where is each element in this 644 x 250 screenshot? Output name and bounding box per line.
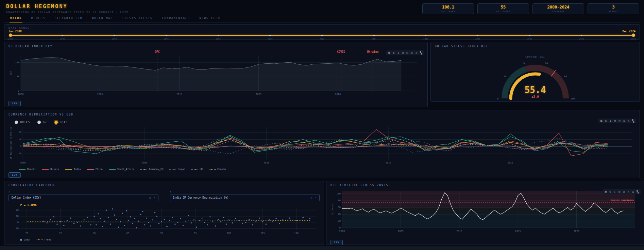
legend-item-data[interactable]: Data [20, 238, 30, 241]
radio-circle-icon[interactable] [37, 121, 41, 124]
slider-tick-dot [269, 35, 271, 36]
clear-icon[interactable]: × [310, 196, 312, 200]
chevron-down-icon[interactable]: ▾ [154, 197, 155, 199]
dsi-timeline-chart[interactable]: 20002005201020152020020406080100CRISIS T… [331, 189, 640, 237]
camera-icon[interactable]: ▣ [599, 119, 603, 123]
svg-text:55.4: 55.4 [525, 85, 546, 95]
slider-year-label: 2012 [320, 37, 324, 40]
autoscale-icon[interactable]: ✕ [627, 190, 630, 194]
legend-item[interactable]: Japan [169, 168, 185, 171]
zoom-in-icon[interactable]: ⊞ [617, 190, 621, 194]
dxy-panel-title: US DOLLAR INDEX DXY [9, 44, 423, 50]
svg-text:2020: 2020 [574, 230, 579, 233]
trend-line-icon [36, 239, 43, 240]
pan-icon[interactable]: ✚ [396, 51, 400, 55]
autoscale-icon[interactable]: ✕ [622, 119, 626, 123]
currency-panel: CURRENCY DEPRECIATION VS USD ▣⊕✚⊞⊟✕⌂▚ BR… [4, 110, 640, 178]
zoom-icon[interactable]: ⊕ [392, 51, 395, 55]
dsi-panel-title: DSI TIMELINE STRESS ZONES [331, 183, 640, 189]
legend-item[interactable]: Canada [209, 168, 226, 171]
svg-text:2010: 2010 [456, 230, 462, 233]
reset-icon[interactable]: ⌂ [627, 119, 630, 123]
legend-line-icon [209, 169, 216, 170]
chevron-down-icon[interactable]: ▾ [315, 197, 317, 199]
dxy-csv-button[interactable]: CSV [9, 101, 21, 106]
zoom-icon[interactable]: ⊕ [604, 119, 608, 123]
slider-year-label: 2022 [579, 37, 584, 40]
legend-item[interactable]: Brazil [19, 168, 36, 171]
slider-tick-dot [218, 35, 219, 36]
tab-models[interactable]: MODELS [27, 15, 49, 22]
legend-item[interactable]: India [65, 168, 81, 171]
tab-crisis-alerts[interactable]: CRISIS ALERTS [118, 15, 157, 22]
radio-circle-selected-icon[interactable] [54, 121, 58, 124]
svg-text:2015: 2015 [515, 230, 521, 233]
gauge-panel-title: DOLLAR STRESS INDEX DSI [435, 44, 635, 50]
slider-tick-dot [373, 35, 375, 36]
clear-icon[interactable]: × [149, 196, 151, 200]
zoom-out-icon[interactable]: ⊟ [617, 119, 621, 123]
slider-handle-start[interactable] [9, 33, 13, 37]
pan-icon[interactable]: ✚ [613, 190, 616, 194]
radio-circle-icon[interactable] [15, 121, 18, 124]
camera-icon[interactable]: ▣ [604, 190, 608, 194]
slider-year-label: 2016 [423, 37, 428, 40]
zoom-in-icon[interactable]: ⊞ [613, 119, 617, 123]
legend-item[interactable]: Russia [42, 168, 59, 171]
legend-item[interactable]: China [87, 168, 103, 171]
slider-handle-end[interactable] [632, 33, 635, 37]
logo-icon[interactable]: ▚ [636, 190, 640, 194]
zoom-out-icon[interactable]: ⊟ [405, 51, 409, 55]
slider-year-label: 2006 [164, 37, 169, 40]
zoom-icon[interactable]: ⊕ [608, 190, 612, 194]
radio-brics[interactable]: BRICS [15, 121, 30, 124]
dxy-chart[interactable]: 20002005201020152020050100GFCCOVIDUkrain… [9, 50, 422, 98]
currency-csv-button[interactable]: CSV [9, 172, 21, 178]
pan-icon[interactable]: ✚ [608, 119, 612, 123]
zoom-in-icon[interactable]: ⊞ [401, 51, 405, 55]
tab-macro[interactable]: MACRO [6, 15, 26, 22]
tab-scenario-sim[interactable]: SCENARIO SIM [51, 15, 87, 22]
slider-year-label: 2002 [60, 37, 65, 40]
legend-item[interactable]: South_Africa [109, 168, 135, 171]
slider-tick-dot [477, 35, 478, 36]
svg-text:2000: 2000 [339, 230, 345, 233]
correlation-panel: CORRELATION EXPLORER X Dollar Index (DXY… [4, 181, 324, 245]
dsi-csv-button[interactable]: CSV [331, 240, 343, 245]
radio-label: G7 [43, 121, 47, 124]
legend-item[interactable]: UK [191, 168, 203, 171]
date-range-slider[interactable] [11, 33, 633, 37]
radio-g7[interactable]: G7 [37, 121, 47, 124]
svg-text:2015: 2015 [386, 161, 391, 164]
logo-icon[interactable]: ▚ [419, 51, 423, 55]
date-range-label: DATE RANGE [9, 27, 635, 29]
legend-item-trend[interactable]: Trend [36, 238, 51, 241]
legend-item[interactable]: Germany_EU [140, 168, 163, 171]
stat-label: DXY INDEX [441, 10, 455, 13]
autoscale-icon[interactable]: ✕ [410, 51, 414, 55]
svg-text:2005: 2005 [97, 93, 103, 96]
reset-icon[interactable]: ⌂ [414, 51, 418, 55]
x-variable-dropdown[interactable]: Dollar Index (DXY) × ▾ [9, 194, 158, 201]
svg-text:100: 100 [571, 97, 575, 100]
reset-icon[interactable]: ⌂ [631, 190, 635, 194]
slider-tick-dot [62, 35, 63, 36]
currency-chart[interactable]: 20002005201020152020-1001020QM Depreciat… [9, 125, 636, 166]
slider-year-label: 2004 [112, 37, 117, 40]
svg-text:2020: 2020 [335, 93, 341, 96]
slider-tick-dot [166, 35, 167, 36]
legend-line-icon [87, 169, 94, 170]
slider-year-label: 2020 [527, 37, 532, 40]
radio-both[interactable]: Both [54, 121, 68, 124]
scatter-chart[interactable]: 707580859095100105110-1001020 [9, 207, 320, 236]
svg-text:100: 100 [336, 192, 341, 195]
tab-fundamentals[interactable]: FUNDAMENTALS [158, 15, 194, 22]
tab-news-feed[interactable]: NEWS FEED [196, 15, 224, 22]
slider-tick-dot [114, 35, 115, 36]
svg-text:80: 80 [338, 199, 341, 202]
zoom-out-icon[interactable]: ⊟ [622, 190, 626, 194]
tab-world-map[interactable]: WORLD MAP [88, 15, 117, 22]
y-variable-dropdown[interactable]: India QM Currency Depreciation (%) × ▾ [170, 194, 320, 201]
camera-icon[interactable]: ▣ [387, 51, 391, 55]
logo-icon[interactable]: ▚ [631, 119, 635, 123]
